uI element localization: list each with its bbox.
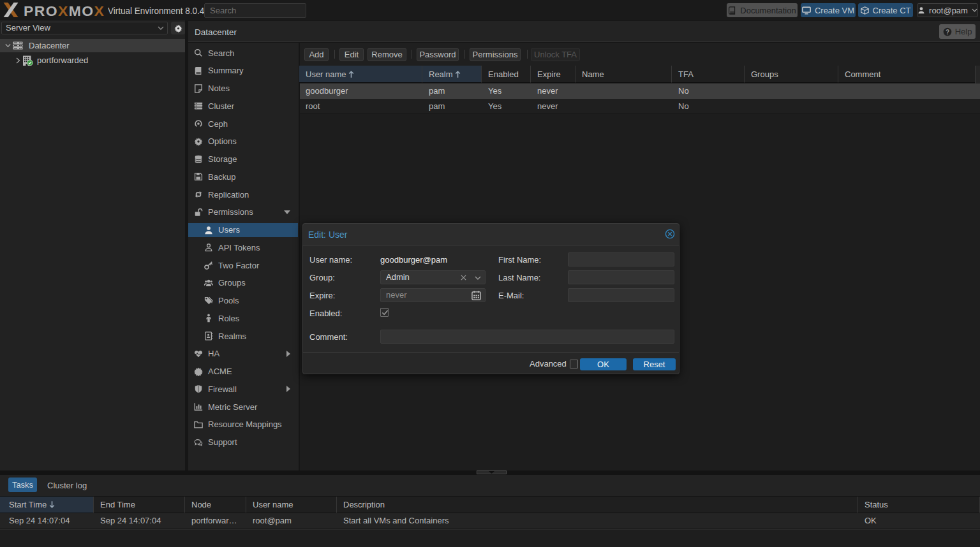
svg-text:?: ? bbox=[946, 28, 949, 35]
